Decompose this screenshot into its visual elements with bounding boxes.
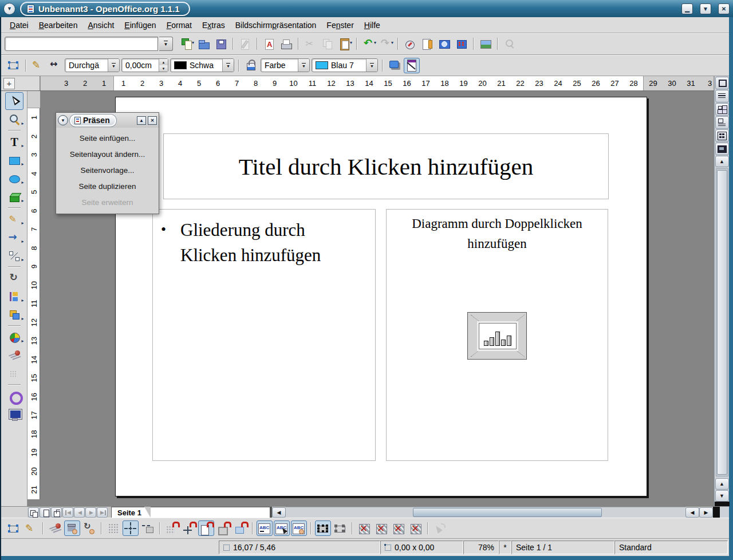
line-color-combo[interactable]: Schwa [170,58,234,72]
stylist-button[interactable] [419,36,435,52]
effects-tool-button[interactable] [5,346,23,364]
3d-object-tool-button[interactable] [5,188,23,206]
layer-mode-button[interactable] [51,507,62,518]
rotation-mode-button[interactable] [81,520,97,536]
line-arrow-tool-button[interactable] [5,228,23,246]
edit-points-button[interactable] [6,58,22,73]
line-pen-option-button[interactable] [23,520,39,536]
rotate-tool-button[interactable] [5,269,23,287]
undo-button[interactable] [361,36,377,52]
outline-placeholder[interactable]: •Gliederung durch Klicken hinzufügen [152,209,376,461]
object-placeholder-button[interactable] [408,520,424,536]
slides-view-button[interactable] [715,103,729,116]
menu-format[interactable]: Format [161,19,197,31]
simple-handles-button[interactable] [315,520,331,536]
snap-to-points-button[interactable] [232,520,249,536]
edit-points-option-button[interactable] [6,520,22,536]
page-tab-seite-1[interactable]: Seite 1 [111,507,151,518]
drawing-view-button[interactable] [715,77,729,89]
hscroll-right-button[interactable] [699,507,713,518]
zoom-level-field[interactable]: 78% [463,541,499,554]
line-style-combo[interactable]: Durchgä [65,58,120,72]
scroll-up-button[interactable] [715,156,729,167]
snap-to-frame-button[interactable] [215,520,231,536]
chart-placeholder[interactable]: Diagramm durch Doppelklicken hinzufügen [386,209,608,461]
fill-color-dropdown-button[interactable] [366,59,377,72]
start-presentation-button[interactable] [715,143,729,155]
fill-color-combo[interactable]: Blau 7 [312,58,378,72]
snap-to-margins-button[interactable] [198,520,214,536]
zoom-page-button[interactable] [454,36,470,52]
snap-to-helplines-button[interactable] [181,520,197,536]
text-placeholder-button[interactable] [391,520,407,536]
seite-einfuegen-item[interactable]: Seite einfügen... [56,130,159,146]
allow-interaction-button[interactable] [64,520,80,536]
open-document-button[interactable] [196,36,212,52]
gallery-button[interactable] [436,36,452,52]
minimize-button[interactable]: ▁ [681,3,693,14]
3d-controller-tool-button[interactable] [5,387,23,405]
fill-can-button[interactable] [243,58,259,73]
select-tool-button[interactable] [5,92,23,110]
menu-einfuegen[interactable]: Einfügen [119,19,161,31]
insert-tool-button[interactable] [5,328,23,346]
scroll-up-button-bottom[interactable] [715,478,729,490]
seitenlayout-aendern-item[interactable]: Seitenlayout ändern... [56,146,159,162]
menu-fenster[interactable]: Fenster [321,19,358,31]
url-field[interactable] [7,37,155,50]
notes-view-button[interactable] [715,116,729,129]
picture-placeholder-button[interactable] [356,520,372,536]
close-button[interactable]: ✕ [718,3,730,14]
export-pdf-button[interactable] [261,36,277,52]
line-width-up-button[interactable]: ▲ [159,59,168,65]
palette-menu-button[interactable]: ▼ [58,115,68,125]
slide-design-button[interactable] [404,58,420,73]
menu-bearbeiten[interactable]: Bearbeiten [34,19,83,31]
master-mode-button[interactable] [40,507,50,518]
fill-type-dropdown-button[interactable] [298,59,309,72]
title-placeholder[interactable]: Titel durch Klicken hinzufügen [163,133,609,199]
curve-tool-button[interactable] [5,210,23,228]
show-grid-button[interactable] [105,520,121,536]
scroll-down-button[interactable] [715,490,729,502]
menu-ansicht[interactable]: Ansicht [82,19,119,31]
large-handles-button[interactable] [332,520,348,536]
vertical-scrollbar-track[interactable] [716,168,728,476]
allow-effects-button[interactable] [47,520,63,536]
url-dropdown-button[interactable] [159,37,173,51]
horizontal-scrollbar-thumb[interactable] [413,508,602,517]
line-width-spinner[interactable]: 0,00cm ▲▼ [121,58,168,72]
presentation-tool-button[interactable] [5,405,23,423]
hscroll-left-button-2[interactable] [685,507,699,518]
double-click-text-button[interactable] [291,520,307,536]
zoom-tool-button[interactable] [5,111,23,128]
palette-close-button[interactable]: ✕ [148,116,157,125]
maximize-button[interactable]: ▼ [700,3,711,14]
new-document-button[interactable] [179,36,195,52]
horizontal-scrollbar-track[interactable] [286,507,685,518]
outline-view-button[interactable] [715,90,729,102]
system-menu-button[interactable]: ▼ [3,3,15,15]
menu-bildschirmpraesentation[interactable]: Bildschirmpräsentation [230,19,322,31]
menu-extras[interactable]: Extras [197,19,230,31]
arrange-tool-button[interactable] [5,306,23,324]
paste-button[interactable] [337,36,353,52]
line-color-dropdown-button[interactable] [222,59,234,72]
seitenvorlage-item[interactable]: Seitenvorlage... [56,162,159,178]
fill-type-combo[interactable]: Farbe [261,58,310,72]
rectangle-tool-button[interactable] [5,151,23,169]
helplines-to-front-button[interactable] [140,520,156,536]
show-helplines-button[interactable] [123,520,139,536]
save-document-button[interactable] [213,36,229,52]
page-mode-button[interactable] [28,507,39,518]
insert-image-button[interactable] [478,36,494,52]
palette-rollup-button[interactable]: ▲ [137,116,146,125]
quick-edit-text-button[interactable] [257,520,273,536]
line-style-dropdown-button[interactable] [108,59,119,72]
snap-to-grid-button[interactable] [164,520,180,536]
chart-placeholder-frame[interactable] [467,312,527,360]
navigator-button[interactable] [402,36,418,52]
contour-placeholder-button[interactable] [373,520,389,536]
menu-hilfe[interactable]: Hilfe [359,19,385,31]
handout-view-button[interactable] [715,129,729,142]
